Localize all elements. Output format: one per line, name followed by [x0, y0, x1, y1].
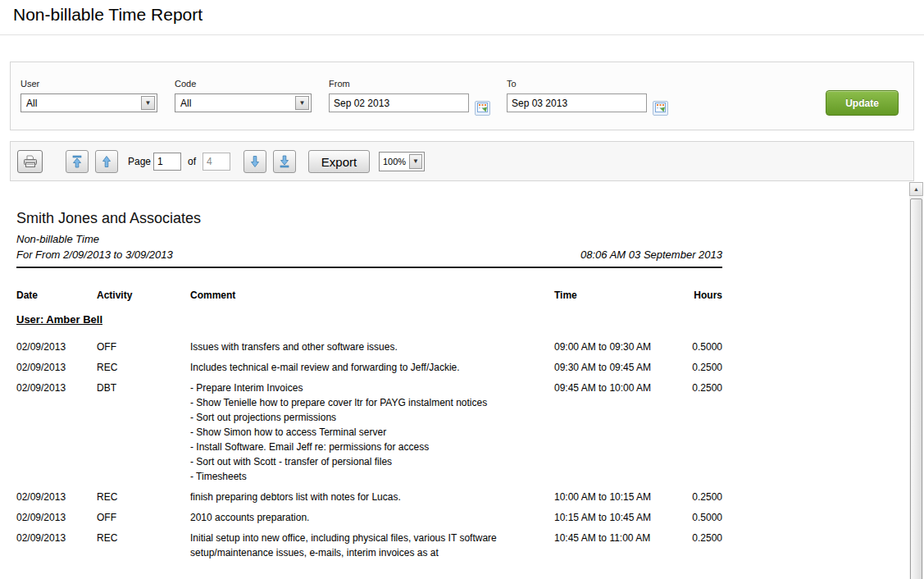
vertical-scrollbar[interactable]: ▲ [909, 182, 923, 579]
row-activity-code: OFF [97, 510, 190, 525]
row-date: 02/09/2013 [16, 340, 97, 354]
row-time-range: 09:45 AM to 10:00 AM [554, 381, 685, 395]
last-page-button[interactable] [273, 150, 296, 173]
to-date-group: To [507, 79, 647, 112]
report-range-row: For From 2/09/2013 to 3/09/2013 08:06 AM… [16, 248, 722, 268]
table-row: 02/09/2013 OFF Issues with transfers and… [16, 340, 722, 354]
column-header-hours: Hours [685, 290, 722, 301]
row-activity-code: OFF [97, 340, 190, 354]
report-company-name: Smith Jones and Associates [16, 210, 722, 227]
row-hours: 0.2500 [685, 381, 722, 395]
row-time-range: 10:15 AM to 10:45 AM [554, 510, 685, 525]
code-select[interactable]: All ▼ [175, 93, 312, 112]
row-time-range: 10:45 AM to 11:00 AM [554, 531, 685, 545]
print-button[interactable] [17, 150, 43, 173]
scroll-up-button[interactable]: ▲ [909, 182, 923, 196]
row-time-range: 10:00 AM to 10:15 AM [554, 490, 685, 504]
row-comment: Includes technical e-mail review and for… [190, 360, 554, 375]
to-date-input[interactable] [507, 93, 647, 112]
report-page: Smith Jones and Associates Non-billable … [16, 210, 722, 566]
next-page-button[interactable] [244, 150, 266, 173]
table-row: 02/09/2013 REC Initial setup into new of… [16, 531, 722, 560]
app-header: Non-billable Time Report [0, 0, 924, 35]
from-date-label: From [329, 79, 469, 89]
row-date: 02/09/2013 [16, 531, 97, 545]
row-hours: 0.2500 [685, 531, 722, 545]
export-button[interactable]: Export [308, 150, 370, 173]
chevron-down-icon[interactable]: ▼ [409, 154, 422, 169]
update-button[interactable]: Update [826, 90, 899, 116]
code-filter-group: Code All ▼ [175, 79, 312, 112]
first-page-button[interactable] [66, 150, 89, 173]
calendar-icon [477, 103, 488, 112]
calendar-icon [655, 103, 666, 112]
total-pages-input [203, 153, 230, 171]
row-time-range: 09:30 AM to 09:45 AM [554, 360, 685, 375]
row-date: 02/09/2013 [16, 510, 97, 525]
arrow-down-icon [249, 155, 261, 168]
row-activity-code: REC [97, 360, 190, 375]
user-filter-label: User [20, 79, 157, 89]
table-row: 02/09/2013 REC Includes technical e-mail… [16, 360, 722, 375]
page-title: Non-billable Time Report [13, 5, 203, 25]
row-comment: Initial setup into new office, including… [190, 531, 554, 560]
from-date-input[interactable] [329, 93, 469, 112]
row-time-range: 09:00 AM to 09:30 AM [554, 340, 685, 354]
page-number-input[interactable] [153, 153, 181, 171]
report-toolbar: Page of Export 100% ▼ [10, 141, 914, 181]
row-comment: Issues with transfers and other software… [190, 340, 554, 354]
zoom-select-value: 100% [383, 157, 406, 166]
table-column-headers: Date Activity Comment Time Hours [16, 290, 722, 301]
arrow-up-small-icon: ▲ [913, 186, 919, 192]
page-label: Page [128, 156, 151, 167]
from-calendar-button[interactable] [475, 101, 490, 116]
row-comment: 2010 accounts preparation. [190, 510, 554, 525]
row-hours: 0.5000 [685, 340, 722, 354]
row-comment: - Prepare Interim Invoices - Show Teniel… [190, 381, 554, 484]
report-viewport: Smith Jones and Associates Non-billable … [0, 182, 924, 579]
code-select-value: All [180, 98, 191, 109]
table-row: 02/09/2013 OFF 2010 accounts preparation… [16, 510, 722, 525]
column-header-time: Time [554, 290, 685, 301]
code-filter-label: Code [175, 79, 312, 89]
row-activity-code: REC [97, 531, 190, 545]
chevron-down-icon[interactable]: ▼ [141, 96, 155, 110]
user-group-label: User: Amber Bell [16, 313, 722, 326]
table-row: 02/09/2013 DBT - Prepare Interim Invoice… [16, 381, 722, 484]
row-hours: 0.2500 [685, 490, 722, 504]
row-date: 02/09/2013 [16, 490, 97, 504]
scrollbar-thumb[interactable] [910, 198, 922, 579]
user-select-value: All [26, 98, 37, 109]
row-comment: finish preparing debtors list with notes… [190, 490, 554, 504]
chevron-down-icon[interactable]: ▼ [295, 96, 309, 110]
arrow-down-bar-icon [279, 155, 290, 168]
report-rows: 02/09/2013 OFF Issues with transfers and… [16, 340, 722, 560]
row-hours: 0.5000 [685, 510, 722, 525]
zoom-select[interactable]: 100% ▼ [379, 152, 425, 171]
of-label: of [188, 156, 196, 167]
report-generated-timestamp: 08:06 AM 03 September 2013 [580, 248, 722, 261]
to-date-label: To [507, 79, 647, 89]
report-date-range: For From 2/09/2013 to 3/09/2013 [16, 248, 173, 261]
user-filter-group: User All ▼ [20, 79, 157, 112]
arrow-up-bar-icon [71, 155, 83, 168]
user-select[interactable]: All ▼ [20, 93, 157, 112]
row-date: 02/09/2013 [16, 381, 97, 395]
table-row: 02/09/2013 REC finish preparing debtors … [16, 490, 722, 504]
printer-icon [22, 155, 39, 169]
arrow-up-icon [101, 155, 112, 168]
previous-page-button[interactable] [95, 150, 118, 173]
column-header-comment: Comment [190, 290, 554, 301]
to-calendar-button[interactable] [653, 101, 668, 116]
from-date-group: From [329, 79, 469, 112]
column-header-date: Date [16, 290, 97, 301]
filter-panel: User All ▼ Code All ▼ From [10, 62, 914, 130]
report-subtitle: Non-billable Time [16, 233, 722, 245]
row-activity-code: DBT [97, 381, 190, 395]
row-date: 02/09/2013 [16, 360, 97, 375]
row-activity-code: REC [97, 490, 190, 504]
column-header-activity: Activity [97, 290, 190, 301]
row-hours: 0.2500 [685, 360, 722, 375]
